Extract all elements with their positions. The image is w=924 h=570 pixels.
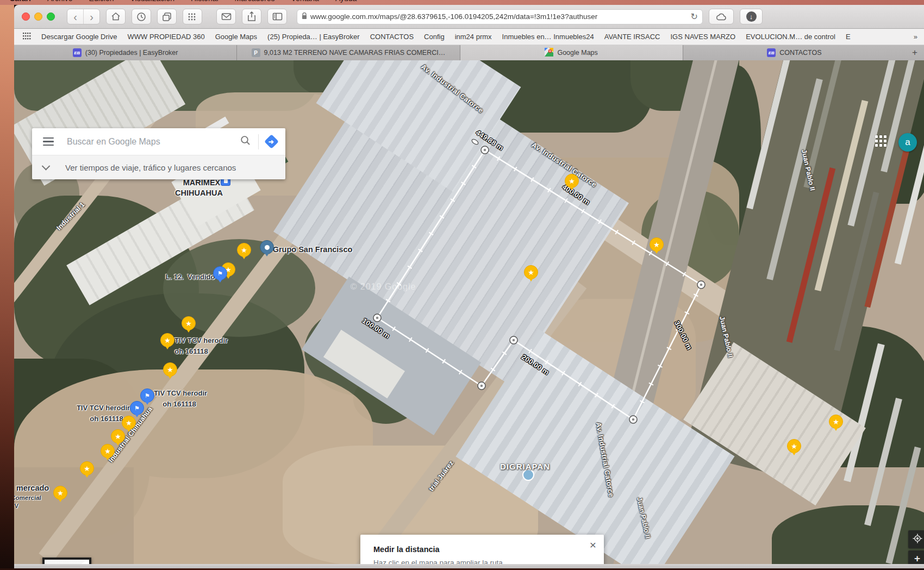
desktop-wallpaper bbox=[0, 5, 14, 570]
mail-button[interactable] bbox=[216, 9, 236, 24]
back-button[interactable]: ‹ bbox=[67, 9, 83, 24]
menu-visualizacion[interactable]: Visualización bbox=[130, 0, 174, 4]
home-button[interactable] bbox=[106, 9, 126, 24]
map-label: oh 161118 bbox=[163, 400, 196, 408]
star-pin[interactable]: ★ bbox=[565, 174, 579, 188]
map-label: Av. Industrial Catorce bbox=[420, 62, 485, 115]
google-apps-grid-icon[interactable] bbox=[875, 135, 887, 147]
bookmark-item[interactable]: Descargar Google Drive bbox=[41, 33, 117, 41]
expander-label: Ver tiempos de viaje, tráfico y lugares … bbox=[65, 163, 236, 172]
tab-contactos[interactable]: EB CONTACTOS bbox=[683, 45, 906, 60]
measure-distance-dialog: × Medir la distancia Haz clic en el mapa… bbox=[360, 535, 604, 564]
tab-terreno-nave[interactable]: P 9,013 M2 TERRENO NAVE CAMARAS FRIAS CO… bbox=[237, 45, 460, 60]
bookmark-item[interactable]: IGS NAVES MARZO bbox=[671, 33, 736, 41]
bookmark-item[interactable]: EVOLUCION.M… de control bbox=[746, 33, 835, 41]
bookmark-item[interactable]: inm24 prmx bbox=[455, 33, 492, 41]
menu-ayuda[interactable]: Ayuda bbox=[335, 0, 357, 4]
star-pin[interactable]: ★ bbox=[111, 429, 125, 443]
star-pin[interactable]: ★ bbox=[80, 461, 94, 475]
menu-marcadores[interactable]: Marcadores bbox=[235, 0, 275, 4]
downloads-button[interactable]: ↓ bbox=[740, 9, 763, 24]
map-label: TIV TCV herodir bbox=[174, 336, 228, 344]
zoom-in-button[interactable]: + bbox=[908, 550, 924, 564]
share-button[interactable] bbox=[242, 9, 261, 24]
envelope-icon bbox=[221, 12, 232, 21]
menu-edicion[interactable]: Edición bbox=[89, 0, 114, 4]
tab-propiedades-easybroker[interactable]: EB (30) Propiedades | EasyBroker bbox=[14, 45, 237, 60]
star-pin[interactable]: ★ bbox=[237, 243, 251, 257]
tab-bar: EB (30) Propiedades | EasyBroker P 9,013… bbox=[14, 45, 924, 60]
menu-historial[interactable]: Historial bbox=[191, 0, 218, 4]
bookmark-item[interactable]: (25) Propieda… | EasyBroker bbox=[267, 33, 360, 41]
star-pin[interactable]: ★ bbox=[787, 439, 801, 453]
map-viewport[interactable]: Av. Industrial CatorceAv. Industrial Cat… bbox=[14, 60, 924, 564]
tab-label: (30) Propiedades | EasyBroker bbox=[85, 49, 178, 57]
measure-distance-label: 200.00 m bbox=[520, 353, 551, 377]
star-pin[interactable]: ★ bbox=[160, 333, 174, 347]
map-label: Grupo San Francisco bbox=[273, 245, 353, 254]
star-pin[interactable]: ★ bbox=[524, 265, 538, 279]
sidebar-toggle-button[interactable] bbox=[267, 9, 287, 24]
location-crosshair-icon bbox=[913, 534, 922, 546]
map-label: Juan Pablo II bbox=[718, 316, 734, 358]
star-pin[interactable]: ★ bbox=[53, 486, 67, 500]
fullscreen-window-button[interactable] bbox=[47, 12, 55, 21]
menu-ventana[interactable]: Ventana bbox=[291, 0, 319, 4]
history-button[interactable] bbox=[132, 9, 151, 24]
bookmarks-overflow-chevron[interactable]: » bbox=[914, 33, 917, 41]
zoom-controls: + − bbox=[908, 550, 924, 564]
menu-safari[interactable]: Safari bbox=[10, 0, 31, 4]
icloud-tabs-button[interactable] bbox=[709, 9, 734, 24]
bookmark-item[interactable]: Config bbox=[424, 33, 445, 41]
forward-button[interactable]: › bbox=[83, 9, 99, 24]
star-pin[interactable]: ★ bbox=[101, 444, 115, 458]
map-label: Juan Pablo II bbox=[635, 497, 652, 539]
tab-label: 9,013 M2 TERRENO NAVE CAMARAS FRIAS COME… bbox=[264, 49, 446, 57]
account-avatar[interactable]: a bbox=[898, 133, 917, 152]
star-pin[interactable]: ★ bbox=[182, 316, 196, 330]
close-icon[interactable]: × bbox=[590, 539, 596, 550]
new-tab-button[interactable]: + bbox=[906, 45, 924, 60]
favorites-grid-button[interactable] bbox=[183, 9, 202, 24]
search-icon[interactable] bbox=[240, 135, 251, 148]
bookmark-item[interactable]: Google Maps bbox=[215, 33, 257, 41]
map-label: Comercial bbox=[14, 494, 41, 501]
star-pin[interactable]: ★ bbox=[829, 415, 843, 429]
bookmark-item[interactable]: WWW PROPIEDAD 360 bbox=[127, 33, 204, 41]
map-label: TIV TCV herodir bbox=[77, 404, 130, 412]
flag-pin[interactable]: ⚑ bbox=[213, 266, 227, 280]
minimize-window-button[interactable] bbox=[34, 12, 42, 21]
close-window-button[interactable] bbox=[22, 12, 30, 21]
easybroker-favicon: EB bbox=[767, 48, 776, 57]
divider bbox=[258, 134, 259, 149]
menu-hamburger-icon[interactable] bbox=[43, 137, 54, 146]
reload-icon[interactable]: ↻ bbox=[691, 11, 698, 22]
bookmark-item[interactable]: AVANTE IRSACC bbox=[604, 33, 660, 41]
dialog-title: Medir la distancia bbox=[373, 545, 591, 554]
tab-google-maps[interactable]: Google Maps bbox=[460, 45, 683, 60]
bookmark-item[interactable]: E bbox=[846, 33, 851, 41]
search-input[interactable] bbox=[66, 136, 240, 147]
my-location-button[interactable] bbox=[908, 530, 924, 548]
bookmark-item[interactable]: CONTACTOS bbox=[370, 33, 414, 41]
place-pin[interactable] bbox=[260, 240, 274, 254]
star-pin[interactable]: ★ bbox=[650, 237, 664, 252]
travel-times-expander[interactable]: Ver tiempos de viaje, tráfico y lugares … bbox=[32, 155, 285, 179]
star-pin[interactable]: ★ bbox=[163, 362, 177, 377]
tab-overview-button[interactable] bbox=[157, 9, 177, 24]
directions-button[interactable]: ➜ bbox=[264, 134, 279, 149]
menu-archivo[interactable]: Archivo bbox=[47, 0, 73, 4]
bookmark-item[interactable]: Inmuebles en… Inmuebles24 bbox=[502, 33, 594, 41]
map-label: © 2019 Google bbox=[351, 282, 416, 292]
measure-distance-label: 100.00 m bbox=[361, 316, 391, 340]
address-bar[interactable]: www.google.com.mx/maps/@28.6379615,-106.… bbox=[297, 9, 703, 24]
macos-menubar: Safari Archivo Edición Visualización His… bbox=[0, 0, 924, 5]
grid-icon bbox=[188, 12, 197, 21]
bookmarks-grid-icon[interactable] bbox=[23, 33, 31, 41]
map-label: Av. Industrial Catorce bbox=[594, 422, 615, 498]
flag-pin[interactable]: ⚑ bbox=[140, 389, 154, 403]
flag-pin[interactable]: ⚑ bbox=[130, 401, 144, 415]
pages-icon bbox=[162, 12, 172, 22]
map-type-toggle[interactable]: Mapa bbox=[42, 558, 91, 564]
tab-label: Google Maps bbox=[557, 49, 597, 57]
